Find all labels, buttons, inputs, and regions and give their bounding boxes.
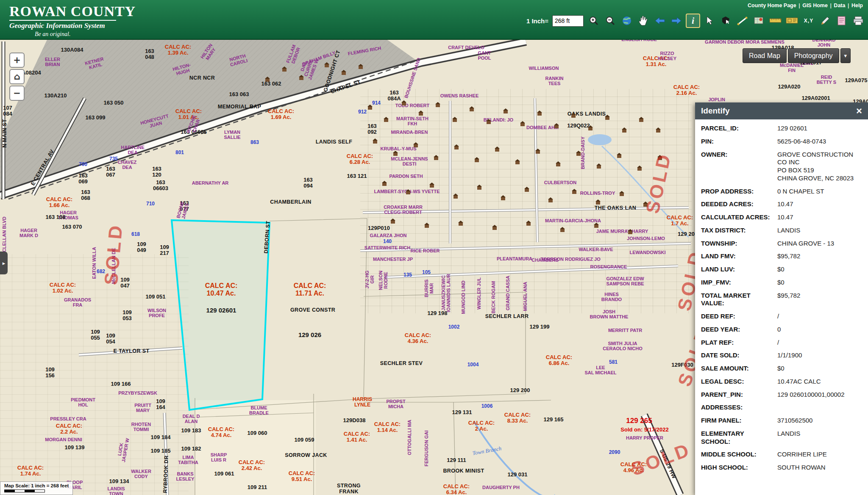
toolbar-icons: iX,Y bbox=[587, 14, 865, 28]
identify-row: SALE AMOUNT:$0 bbox=[701, 362, 862, 375]
zoom-in-icon[interactable] bbox=[587, 14, 601, 28]
identify-row: ADDRESSES: bbox=[701, 401, 862, 414]
residential-grid bbox=[0, 254, 189, 495]
measure-area-icon[interactable] bbox=[785, 14, 799, 28]
identify-field-value: / bbox=[777, 312, 862, 321]
identify-row: DEEDED ACRES:10.47 bbox=[701, 198, 862, 211]
identify-field-label: MIDDLE SCHOOL: bbox=[701, 451, 774, 459]
subdivision-grid bbox=[360, 89, 692, 313]
identify-field-label: CALCULATED ACRES: bbox=[701, 213, 774, 221]
header-link[interactable]: County Home Page bbox=[748, 3, 796, 8]
stream-town-branch bbox=[474, 421, 555, 495]
pointer-icon[interactable] bbox=[702, 14, 717, 28]
identify-row: LAND LUV:$0 bbox=[701, 263, 862, 276]
identify-row: HIGH SCHOOL:SOUTH ROWAN bbox=[701, 461, 862, 474]
map-export-icon[interactable] bbox=[752, 14, 766, 28]
identify-row: MIDDLE SCHOOL:CORRIHER LIPE bbox=[701, 448, 862, 461]
basemap-dropdown-button[interactable]: ▾ bbox=[840, 48, 851, 63]
identify-field-value: $0 bbox=[777, 279, 862, 287]
identify-field-value: 0 bbox=[777, 326, 862, 334]
logo-subtitle: Geographic Information System bbox=[9, 22, 136, 30]
identify-field-label: DEED REF: bbox=[701, 312, 774, 321]
identify-row: PARENT_PIN:129 0260100001,00002 bbox=[701, 388, 862, 401]
identify-field-label: PARCEL_ID: bbox=[701, 124, 774, 133]
report-icon[interactable] bbox=[835, 14, 849, 28]
identify-row: DATE SOLD:1/1/1900 bbox=[701, 349, 862, 362]
identify-row: TAX DISTRICT:LANDIS bbox=[701, 224, 862, 237]
back-icon[interactable] bbox=[653, 14, 667, 28]
identify-row: TOTAL MARKET VALUE:$95,782 bbox=[701, 289, 862, 310]
identify-field-label: LEGAL DESC: bbox=[701, 378, 774, 386]
measure-icon[interactable] bbox=[735, 14, 750, 28]
identify-field-label: DEED YEAR: bbox=[701, 326, 774, 334]
identify-field-value: SOUTH ROWAN bbox=[777, 464, 862, 472]
header-links: County Home Page | GIS Home | Data | Hel… bbox=[748, 3, 863, 8]
zoom-out-icon[interactable] bbox=[603, 14, 618, 28]
zoom-in-button[interactable]: + bbox=[9, 53, 25, 68]
select-features-icon[interactable] bbox=[719, 14, 733, 28]
identify-field-value: GROVE CONSTRUCTION CO INC PO BOX 519 CHI… bbox=[777, 151, 862, 183]
identify-field-value: / bbox=[777, 339, 862, 347]
identify-field-label: PARENT_PIN: bbox=[701, 391, 774, 399]
identify-panel: Identify × PARCEL_ID:129 02601PIN:5625-0… bbox=[695, 102, 868, 495]
header-link[interactable]: GIS Home bbox=[802, 3, 828, 8]
identify-field-label: FIRM PANEL: bbox=[701, 417, 774, 425]
identify-field-label: OWNER: bbox=[701, 151, 774, 183]
identify-row: PROP ADDRESS:0 N CHAPEL ST bbox=[701, 185, 862, 198]
identify-row: ELEMENTARY SCHOOL:LANDIS bbox=[701, 427, 862, 448]
basemap-button-road-map[interactable]: Road Map bbox=[743, 48, 787, 63]
print-icon[interactable] bbox=[851, 14, 865, 28]
pond bbox=[588, 134, 612, 145]
identify-field-value: 5625-06-48-0743 bbox=[777, 138, 862, 146]
identify-row: CALCULATED ACRES:10.47 bbox=[701, 211, 862, 224]
identify-row: LEGAL DESC:10.47AC CALC bbox=[701, 375, 862, 388]
identify-field-label: HIGH SCHOOL: bbox=[701, 464, 774, 472]
zoom-out-button[interactable]: − bbox=[9, 86, 25, 101]
identify-field-label: TOWNSHIP: bbox=[701, 240, 774, 248]
identify-field-value: LANDIS bbox=[777, 430, 862, 446]
identify-icon[interactable]: i bbox=[686, 14, 700, 28]
header-link[interactable]: Help bbox=[851, 3, 863, 8]
scale-label: 1 Inch= bbox=[526, 17, 548, 25]
identify-row: FIRM PANEL:3710562500 bbox=[701, 414, 862, 427]
identify-field-value: 1/1/1900 bbox=[777, 351, 862, 359]
identify-panel-header: Identify × bbox=[695, 102, 868, 119]
globe-icon[interactable] bbox=[620, 14, 634, 28]
scalebar-bar bbox=[4, 489, 45, 492]
identify-field-label: TOTAL MARKET VALUE: bbox=[701, 292, 774, 308]
identify-field-value: CHINA GROVE - 13 bbox=[777, 240, 862, 248]
identify-field-label: PROP ADDRESS: bbox=[701, 188, 774, 196]
panel-collapse-tab[interactable]: ▸ bbox=[0, 252, 8, 274]
close-icon[interactable]: × bbox=[856, 106, 862, 116]
identify-field-value bbox=[777, 404, 862, 412]
home-button[interactable]: ⌂ bbox=[9, 69, 25, 84]
identify-field-label: LAND LUV: bbox=[701, 265, 774, 274]
identify-row: PLAT REF:/ bbox=[701, 336, 862, 349]
identify-field-value: 10.47AC CALC bbox=[777, 378, 862, 386]
basemap-switcher: Road MapPhotography▾ bbox=[743, 48, 851, 63]
selected-parcel-highlight bbox=[172, 220, 270, 410]
pan-icon[interactable] bbox=[636, 14, 651, 28]
map-nav-controls: + ⌂ − bbox=[9, 53, 25, 101]
identify-field-value: $0 bbox=[777, 265, 862, 274]
forward-icon[interactable] bbox=[669, 14, 684, 28]
identify-field-value: 10.47 bbox=[777, 200, 862, 208]
logo-rule bbox=[9, 20, 116, 21]
identify-field-value: 129 02601 bbox=[777, 124, 862, 133]
identify-field-value: 10.47 bbox=[777, 213, 862, 221]
xy-icon[interactable]: X,Y bbox=[801, 14, 816, 28]
header-link[interactable]: Data bbox=[834, 3, 845, 8]
basemap-button-photography[interactable]: Photography bbox=[788, 48, 839, 63]
logo-title: ROWAN COUNTY bbox=[9, 3, 136, 19]
scale-input[interactable] bbox=[552, 15, 584, 27]
identify-field-value: 0 N CHAPEL ST bbox=[777, 188, 862, 196]
rowan-county-logo: ROWAN COUNTY Geographic Information Syst… bbox=[9, 3, 136, 38]
identify-field-value: $95,782 bbox=[777, 252, 862, 260]
identify-field-value: CORRIHER LIPE bbox=[777, 451, 862, 459]
draw-icon[interactable] bbox=[818, 14, 832, 28]
identify-field-value: 129 0260100001,00002 bbox=[777, 391, 862, 399]
identify-field-label: LAND FMV: bbox=[701, 252, 774, 260]
identify-row: IMP_FMV:$0 bbox=[701, 276, 862, 289]
identify-field-value: $0 bbox=[777, 365, 862, 373]
measure-distance-icon[interactable] bbox=[768, 14, 783, 28]
